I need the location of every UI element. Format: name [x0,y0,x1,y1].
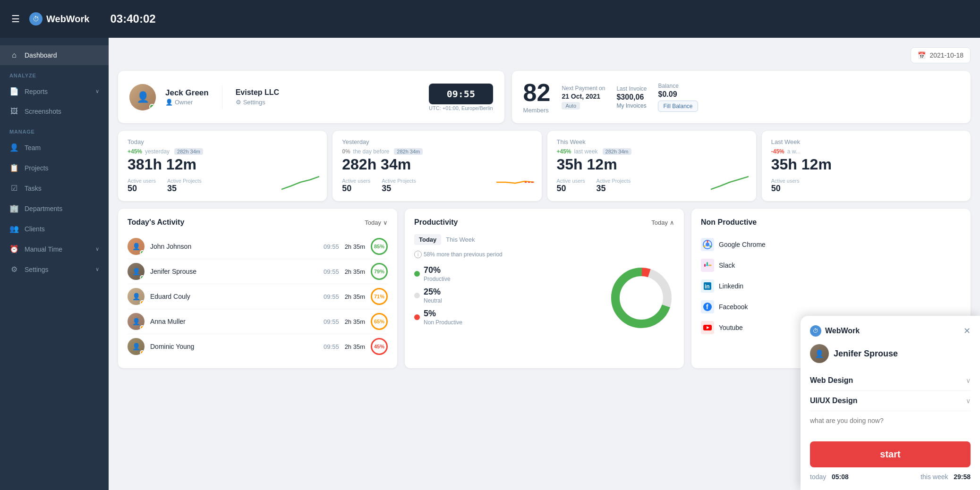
last-invoice: Last Invoice $300,06 My Invoices [616,85,647,109]
svg-rect-12 [707,262,708,265]
prev-badge: 282h 34m [174,148,203,155]
period-select-productivity[interactable]: Today ∧ [651,219,674,226]
date-badge[interactable]: 📅 2021-10-18 [911,47,971,63]
sidebar-item-settings[interactable]: ⚙ Settings ∨ [0,259,109,279]
period-select-activity[interactable]: Today ∨ [365,219,388,226]
calendar-icon: 📅 [918,51,926,59]
sidebar-item-screenshots[interactable]: 🖼 Screenshots [0,101,109,121]
sidebar: ⌂ Dashboard ANALYZE 📄 Reports ∨ 🖼 Screen… [0,38,109,490]
sidebar-item-team[interactable]: 👤 Team [0,137,109,158]
chevron-down-icon-activity: ∨ [383,219,388,226]
list-item: Google Chrome [701,234,961,255]
user-name: Jenifer Sprouse [150,268,318,275]
time-card-today: Today +45% yesterday 282h 34m 381h 12m A… [118,131,327,201]
productive-label: Productive [424,276,451,282]
balance-value: $0.09 [658,90,698,99]
tab-this-week[interactable]: This Week [441,234,479,245]
sidebar-label-screenshots: Screenshots [25,108,61,115]
fill-balance-button[interactable]: Fill Balance [658,101,698,112]
list-item: 👤 John Johnson 09:55 2h 35m 85% [128,234,388,259]
chevron-down-icon-3: ∨ [95,266,99,272]
online-dot [149,104,155,110]
members-stat: 82 Members [523,80,551,114]
sidebar-item-reports[interactable]: 📄 Reports ∨ [0,81,109,101]
legend-info-non: 5% Non Productive [424,309,462,326]
change-label: yesterday [145,148,170,155]
svg-point-6 [706,243,709,246]
sidebar-item-dashboard[interactable]: ⌂ Dashboard [0,45,109,65]
sidebar-label-projects: Projects [25,164,49,172]
time-card-this-week: This Week +45% last week 282h 34m 35h 12… [547,131,756,201]
activity-header: Today's Activity Today ∨ [128,218,388,227]
profile-info: Jeck Green 👤 Owner [165,88,209,106]
list-item: 👤 Anna Muller 09:55 2h 35m 65% [128,309,388,334]
slack-icon [701,259,714,272]
sidebar-item-clients[interactable]: 👥 Clients [0,219,109,239]
list-item: f Facebook [701,296,961,317]
legend-info-neutral: 25% Neutral [424,287,442,304]
chevron-down-icon-2: ∨ [95,246,99,252]
company-settings[interactable]: ⚙ Settings [236,99,279,106]
today-value: 05:08 [832,473,849,481]
divider [222,85,222,109]
sidebar-item-departments[interactable]: 🏢 Departments [0,198,109,219]
tab-today[interactable]: Today [414,234,441,245]
popup-dropdown-2[interactable]: UI/UX Design ∨ [810,391,971,411]
popup-dropdown-1[interactable]: Web Design ∨ [810,371,971,391]
legend-info: 70% Productive [424,265,451,282]
clock-display: 09:55 [429,84,493,104]
avatar: 👤 [128,338,145,355]
sidebar-item-manual-time[interactable]: ⏰ Manual Time ∨ [0,239,109,259]
period-label-tw: This Week [557,138,747,145]
popup-avatar: 👤 [810,344,829,363]
activity-time: 09:55 [324,268,339,275]
clients-icon: 👥 [9,224,19,233]
task-description-input[interactable] [810,411,971,439]
total-time-y: 282h 34m [342,156,532,173]
my-invoices-link[interactable]: My Invoices [616,102,647,109]
stats-card: 82 Members Next Payment on 21 Oct, 2021 … [512,71,971,123]
user-name: Eduard Couly [150,293,318,300]
next-payment-title: Next Payment on [562,85,605,92]
home-icon: ⌂ [9,51,19,59]
date-row: 📅 2021-10-18 [118,47,971,63]
sidebar-label-clients: Clients [25,225,45,233]
list-item: 👤 Eduard Couly 09:55 2h 35m 71% [128,284,388,309]
mini-chart [281,173,319,192]
list-item: 👤 Jenifer Sprouse 09:55 2h 35m 79% [128,259,388,284]
members-count: 82 [523,80,551,105]
active-users-lw: Active users 50 [771,178,800,194]
linkedin-icon: in [701,279,714,293]
top-cards: 👤 Jeck Green 👤 Owner Evistep LLC ⚙ Setti… [118,71,971,123]
active-users-y: Active users 50 [342,178,370,194]
profile-name: Jeck Green [165,88,209,98]
chrome-icon [701,238,714,251]
activity-duration: 2h 35m [345,343,365,350]
company-info: Evistep LLC ⚙ Settings [236,88,279,106]
np-header: Non Productive [701,218,961,227]
activity-time: 09:55 [324,243,339,250]
topbar: ☰ ⏱ WebWork 03:40:02 [0,0,980,38]
today-stat: today 05:08 [810,473,849,481]
sidebar-item-projects[interactable]: 📋 Projects [0,158,109,178]
sidebar-section-analyze: ANALYZE [0,65,109,81]
start-button[interactable]: start [810,441,971,467]
app-name: Google Chrome [719,241,961,248]
sidebar-label-manual-time: Manual Time [25,245,62,253]
app-name: Linkedin [719,282,961,290]
sidebar-item-tasks[interactable]: ☑ Tasks [0,178,109,198]
projects-icon: 📋 [9,163,19,172]
time-card-yesterday: Yesterday 0% the day before 282h 34m 282… [332,131,541,201]
next-payment: Next Payment on 21 Oct, 2021 Auto [562,85,605,110]
legend-item-productive: 70% Productive [414,265,601,282]
this-week-stat: this week 29:58 [920,473,971,481]
close-button[interactable]: ✕ [963,326,971,336]
online-indicator [140,325,145,330]
sidebar-label-dashboard: Dashboard [25,51,57,59]
donut-chart [608,265,674,331]
menu-icon[interactable]: ☰ [11,13,20,25]
auto-badge: Auto [562,102,580,110]
mini-chart-y [496,173,534,192]
avatar: 👤 [128,263,145,280]
activity-duration: 2h 35m [345,268,365,275]
